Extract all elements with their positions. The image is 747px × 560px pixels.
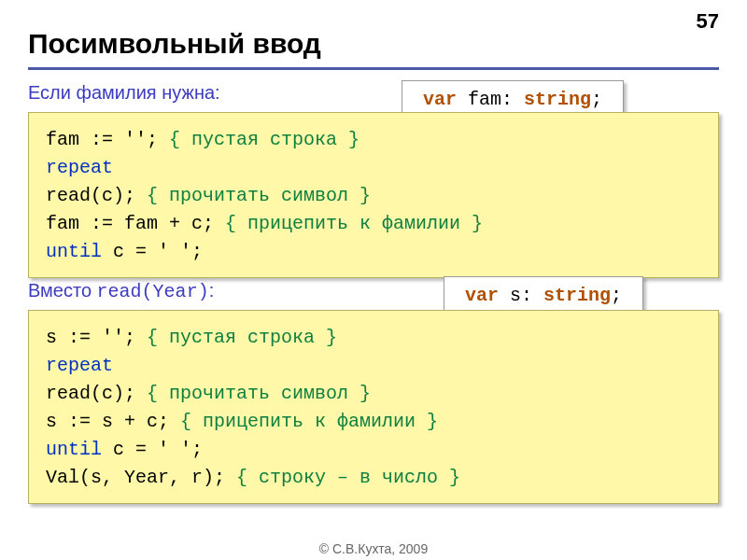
- variable-declaration-s: var s: string;: [444, 276, 643, 315]
- slide-title: Посимвольный ввод: [28, 28, 321, 60]
- code-line: s := ''; { пустая строка }: [46, 324, 701, 352]
- code-text: s := '';: [46, 327, 135, 348]
- code-text: fam := '';: [46, 129, 158, 150]
- type-string: string: [524, 89, 591, 110]
- keyword-repeat: repeat: [46, 157, 113, 178]
- code-line: repeat: [46, 352, 701, 380]
- code-line: until c = ' ';: [46, 436, 701, 464]
- code-text: Val(s, Year, r);: [46, 467, 225, 488]
- code-text: s := s + c;: [46, 411, 169, 432]
- code-comment: { прицепить к фамилии }: [214, 213, 483, 234]
- subheading-surname-needed: Если фамилия нужна:: [28, 82, 220, 104]
- code-comment: { пустая строка }: [135, 327, 337, 348]
- keyword-repeat: repeat: [46, 355, 113, 376]
- page-number: 57: [697, 9, 719, 34]
- code-text: c = ' ';: [102, 241, 203, 262]
- code-line: repeat: [46, 154, 701, 182]
- code-comment: { пустая строка }: [158, 129, 359, 150]
- code-block-fam: fam := ''; { пустая строка } repeat read…: [28, 112, 719, 278]
- code-comment: { прочитать символ }: [135, 185, 371, 206]
- code-comment: { прицепить к фамилии }: [169, 411, 438, 432]
- var-tail: ;: [611, 285, 622, 306]
- code-line: fam := ''; { пустая строка }: [46, 126, 701, 154]
- keyword-until: until: [46, 439, 102, 460]
- code-line: read(c); { прочитать символ }: [46, 380, 701, 408]
- var-mid: s:: [499, 285, 543, 306]
- subheading-instead-read-year: Вместо read(Year):: [28, 280, 214, 302]
- keyword-until: until: [46, 241, 102, 262]
- code-comment: { строку – в число }: [225, 467, 460, 488]
- footer-copyright: © С.В.Кухта, 2009: [0, 541, 747, 556]
- sub2-mono: read(Year): [97, 281, 209, 302]
- keyword-var: var: [423, 89, 457, 110]
- sub2-suffix: :: [209, 280, 215, 301]
- var-tail: ;: [591, 89, 602, 110]
- code-text: read(c);: [46, 185, 135, 206]
- code-text: c = ' ';: [102, 439, 203, 460]
- code-line: until c = ' ';: [46, 238, 701, 266]
- code-comment: { прочитать символ }: [135, 383, 371, 404]
- type-string: string: [543, 285, 611, 306]
- var-mid: fam:: [457, 89, 524, 110]
- code-line: s := s + c; { прицепить к фамилии }: [46, 408, 701, 436]
- code-text: fam := fam + c;: [46, 213, 214, 234]
- keyword-var: var: [465, 285, 499, 306]
- code-line: fam := fam + c; { прицепить к фамилии }: [46, 210, 701, 238]
- code-text: read(c);: [46, 383, 135, 404]
- title-underline: [28, 67, 719, 70]
- sub2-prefix: Вместо: [28, 280, 97, 301]
- code-block-s: s := ''; { пустая строка } repeat read(c…: [28, 310, 719, 504]
- code-line: read(c); { прочитать символ }: [46, 182, 701, 210]
- code-line: Val(s, Year, r); { строку – в число }: [46, 464, 701, 492]
